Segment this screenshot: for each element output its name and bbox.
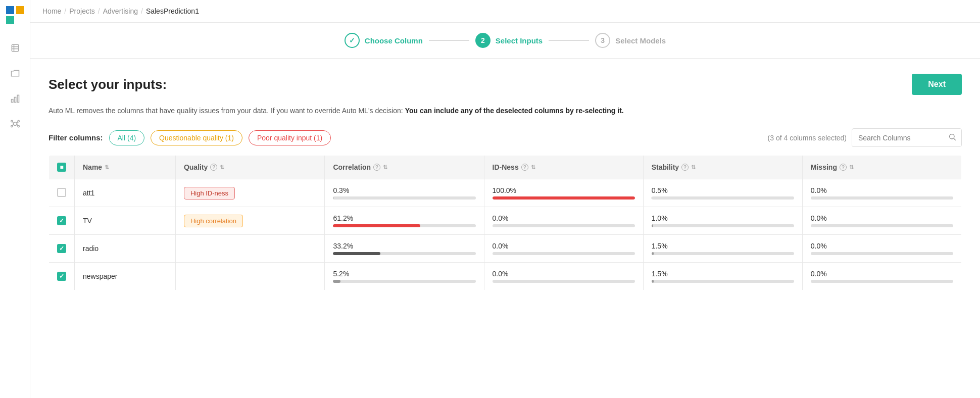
correlation-value: 0.3% <box>333 186 475 194</box>
cell-stability: 1.5% <box>643 263 802 290</box>
row-checkbox-cell[interactable]: ✓ <box>49 207 75 235</box>
idness-value: 0.0% <box>493 270 635 278</box>
sidebar-item-model[interactable] <box>0 111 30 136</box>
checkbox-att1[interactable] <box>57 188 66 197</box>
correlation-value: 5.2% <box>333 270 475 278</box>
check-icon: ✓ <box>59 273 64 280</box>
logo[interactable] <box>0 0 30 30</box>
idness-track <box>493 252 635 255</box>
step-label-3: Select Models <box>615 36 666 45</box>
svg-line-16 <box>17 122 18 124</box>
stability-value: 0.5% <box>652 186 794 194</box>
filter-all-button[interactable]: All (4) <box>109 130 145 145</box>
missing-track <box>811 252 953 255</box>
selection-count: (3 of 4 columns selected) <box>768 134 847 142</box>
header-checkbox-cell[interactable]: ■ <box>49 156 75 179</box>
svg-rect-7 <box>11 100 13 103</box>
search-input[interactable] <box>852 130 943 146</box>
cell-missing: 0.0% <box>802 179 961 207</box>
cell-quality <box>175 263 325 290</box>
svg-point-19 <box>950 134 954 139</box>
connector-2 <box>549 40 589 41</box>
stability-fill <box>652 224 653 227</box>
missing-value: 0.0% <box>811 242 953 250</box>
step-choose-column: ✓ Choose Column <box>345 33 423 48</box>
row-checkbox-cell[interactable]: ✓ <box>49 263 75 290</box>
cell-stability: 1.0% <box>643 207 802 235</box>
idness-value: 0.0% <box>493 214 635 222</box>
cell-name: newspaper <box>75 263 176 290</box>
main-content: Home / Projects / Advertising / SalesPre… <box>30 0 980 398</box>
stability-track <box>652 224 794 227</box>
stability-value: 1.5% <box>652 270 794 278</box>
idness-value: 100.0% <box>493 186 635 194</box>
header-stability[interactable]: Stability ? ⇅ <box>643 156 802 179</box>
correlation-info-icon: ? <box>373 164 380 171</box>
step-label-2: Select Inputs <box>496 36 543 45</box>
sep1: / <box>64 7 66 15</box>
breadcrumb-projects[interactable]: Projects <box>69 7 95 15</box>
svg-line-18 <box>17 124 18 126</box>
cell-idness: 0.0% <box>484 263 643 290</box>
next-button[interactable]: Next <box>912 74 962 95</box>
search-box <box>852 128 962 147</box>
filter-poor-button[interactable]: Poor quality input (1) <box>249 130 331 145</box>
correlation-value: 61.2% <box>333 214 475 222</box>
stability-track <box>652 252 794 255</box>
sep3: / <box>141 7 143 15</box>
header-idness[interactable]: ID-Ness ? ⇅ <box>484 156 643 179</box>
header-checkbox[interactable]: ■ <box>57 163 66 172</box>
idness-track <box>493 196 635 200</box>
sidebar-item-dataset[interactable] <box>0 35 30 61</box>
correlation-fill <box>333 280 340 283</box>
checkbox-newspaper[interactable]: ✓ <box>57 272 66 281</box>
breadcrumb: Home / Projects / Advertising / SalesPre… <box>42 7 968 15</box>
row-checkbox-cell[interactable]: ✓ <box>49 235 75 263</box>
breadcrumb-advertising[interactable]: Advertising <box>103 7 138 15</box>
svg-line-20 <box>954 138 956 140</box>
page-content: Select your inputs: Next Auto ML removes… <box>30 59 980 398</box>
cell-name: radio <box>75 235 176 263</box>
svg-rect-1 <box>16 6 24 14</box>
sidebar-item-chart[interactable] <box>0 86 30 111</box>
idness-fill <box>493 196 635 200</box>
cell-correlation: 61.2% <box>325 207 484 235</box>
checkbox-TV[interactable]: ✓ <box>57 216 66 225</box>
quality-badge: High correlation <box>184 215 243 227</box>
table-row: ✓TVHigh correlation61.2%0.0%1.0%0.0% <box>49 207 962 235</box>
stability-value: 1.0% <box>652 214 794 222</box>
correlation-sort-icon: ⇅ <box>383 164 387 171</box>
cell-idness: 100.0% <box>484 179 643 207</box>
breadcrumb-home[interactable]: Home <box>42 7 61 15</box>
stability-info-icon: ? <box>681 164 689 171</box>
table-row: ✓radio33.2%0.0%1.5%0.0% <box>49 235 962 263</box>
checkbox-radio[interactable]: ✓ <box>57 244 66 253</box>
search-icon-button[interactable] <box>943 129 961 146</box>
step-circle-3: 3 <box>595 33 610 48</box>
breadcrumb-current: SalesPrediction1 <box>146 7 199 15</box>
filter-questionable-button[interactable]: Questionable quality (1) <box>151 130 242 145</box>
correlation-track <box>333 252 475 255</box>
cell-missing: 0.0% <box>802 235 961 263</box>
header-name[interactable]: Name ⇅ <box>75 156 176 179</box>
sidebar-item-folder[interactable] <box>0 61 30 86</box>
row-checkbox-cell[interactable] <box>49 179 75 207</box>
info-text: Auto ML removes the columns that have qu… <box>48 105 962 116</box>
missing-info-icon: ? <box>840 164 847 171</box>
svg-rect-2 <box>6 16 14 24</box>
header-correlation[interactable]: Correlation ? ⇅ <box>325 156 484 179</box>
stability-fill <box>652 280 654 283</box>
header-missing[interactable]: Missing ? ⇅ <box>802 156 961 179</box>
page-title: Select your inputs: <box>48 77 167 92</box>
header-quality[interactable]: Quality ? ⇅ <box>175 156 325 179</box>
cell-missing: 0.0% <box>802 207 961 235</box>
stability-value: 1.5% <box>652 242 794 250</box>
filter-row: Filter columns: All (4) Questionable qua… <box>48 128 962 147</box>
check-icon: ✓ <box>59 245 64 252</box>
cell-idness: 0.0% <box>484 235 643 263</box>
svg-line-17 <box>13 124 14 126</box>
cell-name: att1 <box>75 179 176 207</box>
svg-rect-8 <box>14 97 16 103</box>
svg-rect-0 <box>6 6 14 14</box>
page-header: Select your inputs: Next <box>48 74 962 95</box>
